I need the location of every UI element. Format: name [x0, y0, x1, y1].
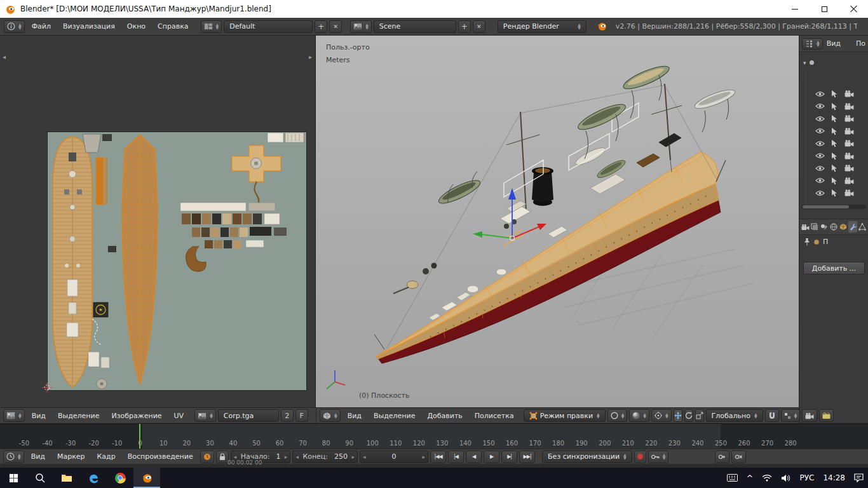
tab-scene[interactable]: [820, 221, 829, 233]
menu-help[interactable]: Справка: [153, 22, 193, 30]
outliner-row[interactable]: [799, 187, 868, 200]
outliner-row[interactable]: [799, 175, 868, 187]
v3d-menu-select[interactable]: Выделение: [369, 412, 421, 420]
menu-render[interactable]: Визуализация: [58, 22, 120, 30]
tl-menu-playback[interactable]: Воспроизведение: [123, 452, 198, 461]
uv-menu-view[interactable]: Вид: [27, 412, 51, 420]
search-button[interactable]: [27, 468, 53, 488]
selectability-arrow-icon[interactable]: [829, 90, 839, 98]
selectability-arrow-icon[interactable]: [829, 114, 839, 123]
start-button[interactable]: [0, 468, 27, 488]
hide-eye-icon[interactable]: [815, 176, 825, 185]
scrollbar-thumb[interactable]: [803, 205, 849, 208]
outliner-row[interactable]: [799, 137, 868, 150]
jump-to-end-button[interactable]: ▶▶|: [519, 451, 535, 463]
prev-keyframe-button[interactable]: |◀: [448, 451, 464, 463]
tab-render[interactable]: [801, 221, 810, 233]
outliner-scene-row[interactable]: [799, 56, 868, 69]
chevron-up-icon[interactable]: [742, 468, 758, 488]
info-editor-type-button[interactable]: [4, 20, 25, 33]
clock-label[interactable]: 14:28: [818, 468, 850, 488]
chrome-button[interactable]: [107, 468, 133, 488]
image-name-field[interactable]: Corp.tga: [218, 409, 279, 422]
hide-eye-icon[interactable]: [815, 102, 825, 111]
manipulator-rotate-button[interactable]: [684, 409, 693, 422]
volume-icon[interactable]: [776, 468, 795, 488]
render-camera-icon[interactable]: [844, 189, 854, 198]
outliner-editor-type-button[interactable]: [802, 38, 823, 50]
uv-editor-type-button[interactable]: [3, 409, 25, 422]
tab-modifiers[interactable]: [848, 221, 857, 233]
selectability-arrow-icon[interactable]: [829, 189, 839, 198]
tab-object[interactable]: [839, 221, 848, 233]
region-toggle-arrow[interactable]: ◂: [3, 53, 6, 60]
play-button[interactable]: ▶: [484, 451, 499, 463]
uv-menu-image[interactable]: Изображение: [106, 412, 166, 420]
outliner-row[interactable]: [799, 88, 868, 100]
outliner-row[interactable]: [799, 150, 868, 163]
menu-file[interactable]: Файл: [27, 22, 56, 30]
scene-delete-button[interactable]: [473, 20, 485, 33]
opengl-render-anim-button[interactable]: [819, 409, 834, 422]
hide-eye-icon[interactable]: [815, 139, 825, 148]
tab-world[interactable]: [829, 221, 838, 233]
manipulator-scale-button[interactable]: [695, 409, 704, 422]
current-frame-field[interactable]: 0: [360, 451, 428, 463]
render-camera-icon[interactable]: [844, 164, 854, 173]
blender-taskbar-button[interactable]: [133, 468, 160, 488]
v3d-menu-view[interactable]: Вид: [342, 412, 367, 420]
snap-element-button[interactable]: [781, 409, 801, 422]
edge-button[interactable]: [80, 468, 107, 488]
frame-end-field[interactable]: Конец: 250: [292, 451, 358, 463]
minimize-button[interactable]: [780, 0, 810, 18]
hide-eye-icon[interactable]: [815, 151, 825, 160]
maximize-button[interactable]: [810, 0, 839, 18]
outliner-view-menu[interactable]: Вид: [825, 39, 842, 48]
tab-data[interactable]: [858, 221, 867, 233]
render-camera-icon[interactable]: [844, 102, 854, 111]
insert-keyframe-button[interactable]: [715, 451, 729, 463]
scene-name-field[interactable]: Scene: [374, 20, 456, 33]
v3d-menu-mesh[interactable]: Полисетка: [470, 412, 519, 420]
viewport-3d[interactable]: Польз.-орто Meters (0) Плоскость: [316, 36, 799, 407]
close-button[interactable]: [839, 0, 868, 18]
pin-icon[interactable]: [804, 238, 810, 246]
delete-keyframe-button[interactable]: [731, 451, 746, 463]
hide-eye-icon[interactable]: [815, 189, 825, 198]
pivot-center-button[interactable]: [651, 409, 672, 422]
selectability-arrow-icon[interactable]: [829, 164, 839, 173]
file-explorer-button[interactable]: [53, 468, 80, 488]
hide-eye-icon[interactable]: [815, 90, 825, 98]
hide-eye-icon[interactable]: [815, 164, 825, 173]
outliner-row[interactable]: [799, 100, 868, 113]
tl-menu-marker[interactable]: Маркер: [52, 452, 90, 461]
lock-time-button[interactable]: [216, 451, 229, 463]
image-fake-user-button[interactable]: F: [295, 409, 308, 422]
manipulator-translate-button[interactable]: [674, 409, 682, 422]
selectability-arrow-icon[interactable]: [829, 102, 839, 111]
render-camera-icon[interactable]: [844, 176, 854, 185]
render-camera-icon[interactable]: [844, 139, 854, 148]
outliner-row[interactable]: [799, 162, 868, 175]
record-button[interactable]: [634, 451, 646, 463]
render-camera-icon[interactable]: [844, 114, 854, 123]
collapse-triangle-icon[interactable]: [803, 58, 806, 67]
uv-image-editor[interactable]: ◂ ▸: [0, 36, 316, 407]
scene-browse-button[interactable]: [350, 20, 372, 33]
v3d-menu-add[interactable]: Добавить: [422, 412, 467, 420]
scene-add-button[interactable]: [458, 20, 471, 33]
selectability-arrow-icon[interactable]: [829, 139, 839, 148]
outliner-horizontal-scrollbar[interactable]: [801, 205, 866, 209]
action-center-icon[interactable]: [850, 468, 868, 488]
hide-eye-icon[interactable]: [815, 114, 825, 123]
selectability-arrow-icon[interactable]: [829, 126, 839, 135]
outliner-row[interactable]: [799, 112, 868, 125]
render-engine-select[interactable]: Рендер Blender: [498, 20, 587, 33]
mode-select[interactable]: Режим правки: [524, 409, 606, 422]
next-keyframe-button[interactable]: ▶|: [501, 451, 517, 463]
layout-name-field[interactable]: Default: [224, 20, 313, 33]
tab-render-layers[interactable]: [810, 221, 819, 233]
outliner-row[interactable]: [799, 125, 868, 138]
selectability-arrow-icon[interactable]: [829, 151, 839, 160]
tl-menu-frame[interactable]: Кадр: [92, 452, 121, 461]
